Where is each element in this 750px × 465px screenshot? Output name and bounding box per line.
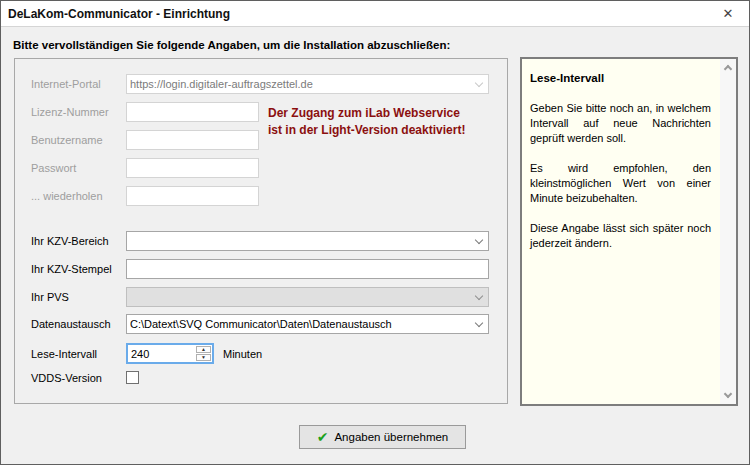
kzv-bereich-label: Ihr KZV-Bereich bbox=[31, 235, 109, 247]
benutzername-input[interactable] bbox=[126, 130, 259, 150]
instruction-text: Bitte vervollständigen Sie folgende Anga… bbox=[13, 39, 450, 51]
spin-up-icon[interactable]: ▲ bbox=[196, 346, 211, 353]
chevron-down-icon bbox=[475, 235, 483, 243]
info-panel: Lese-Intervall Geben Sie bitte noch an, … bbox=[520, 57, 738, 406]
datenaustausch-label: Datenaustausch bbox=[31, 318, 111, 330]
title-bar: DeLaKom-Communicator - Einrichtung ✕ bbox=[1, 1, 749, 27]
scroll-up-icon[interactable] bbox=[720, 59, 736, 76]
chevron-down-icon bbox=[475, 78, 483, 86]
kzv-stempel-label: Ihr KZV-Stempel bbox=[31, 263, 112, 275]
pvs-label: Ihr PVS bbox=[31, 291, 69, 303]
lese-intervall-stepper[interactable]: ▲ ▼ bbox=[126, 343, 214, 364]
lese-intervall-label: Lese-Intervall bbox=[31, 348, 97, 360]
kzv-stempel-input[interactable] bbox=[126, 259, 489, 279]
passwort-label: Passwort bbox=[31, 162, 76, 174]
internet-portal-combobox[interactable]: https://login.digitaler-auftragszettel.d… bbox=[126, 74, 489, 94]
datenaustausch-value: C:\Datext\SVQ Communicator\Daten\Datenau… bbox=[130, 318, 392, 330]
vdds-version-checkbox[interactable] bbox=[126, 371, 139, 384]
close-icon[interactable]: ✕ bbox=[713, 1, 743, 26]
passwort-wiederholen-input[interactable] bbox=[126, 186, 259, 206]
datenaustausch-combobox[interactable]: C:\Datext\SVQ Communicator\Daten\Datenau… bbox=[126, 314, 489, 334]
spin-buttons: ▲ ▼ bbox=[196, 346, 211, 361]
spin-down-icon[interactable]: ▼ bbox=[196, 354, 211, 361]
info-paragraph: Diese Angabe lässt sich später noch jede… bbox=[530, 221, 711, 251]
lizenz-nummer-input[interactable] bbox=[126, 102, 259, 122]
webservice-disabled-notice: Der Zugang zum iLab Webservice ist in de… bbox=[268, 105, 465, 139]
checkmark-icon: ✔ bbox=[317, 429, 329, 445]
kzv-bereich-combobox[interactable] bbox=[126, 231, 489, 251]
minuten-label: Minuten bbox=[223, 348, 262, 360]
benutzername-label: Benutzername bbox=[31, 134, 103, 146]
angaben-uebernehmen-button[interactable]: ✔ Angaben übernehmen bbox=[299, 425, 466, 449]
internet-portal-label: Internet-Portal bbox=[31, 78, 101, 90]
pvs-combobox bbox=[126, 287, 489, 307]
notice-line-1: Der Zugang zum iLab Webservice bbox=[268, 105, 465, 122]
vdds-version-label: VDDS-Version bbox=[31, 372, 102, 384]
passwort-input[interactable] bbox=[126, 158, 259, 178]
window-title: DeLaKom-Communicator - Einrichtung bbox=[1, 7, 230, 21]
lese-intervall-input[interactable] bbox=[128, 348, 196, 360]
dialog-window: DeLaKom-Communicator - Einrichtung ✕ Bit… bbox=[0, 0, 750, 465]
info-paragraph: Geben Sie bitte noch an, in welchem Inte… bbox=[530, 101, 711, 146]
chevron-down-icon bbox=[475, 318, 483, 326]
chevron-down-icon bbox=[475, 291, 483, 299]
internet-portal-value: https://login.digitaler-auftragszettel.d… bbox=[130, 78, 313, 90]
scroll-down-icon[interactable] bbox=[720, 387, 736, 404]
lizenz-nummer-label: Lizenz-Nummer bbox=[31, 106, 109, 118]
notice-line-2: ist in der Light-Version deaktiviert! bbox=[268, 122, 465, 139]
passwort-wiederholen-label: ... wiederholen bbox=[31, 190, 103, 202]
info-panel-title: Lese-Intervall bbox=[530, 72, 711, 84]
info-panel-content: Lese-Intervall Geben Sie bitte noch an, … bbox=[522, 59, 720, 404]
info-panel-scrollbar[interactable] bbox=[720, 59, 736, 404]
submit-button-label: Angaben übernehmen bbox=[334, 431, 448, 443]
info-paragraph: Es wird empfohlen, den kleinstmöglichen … bbox=[530, 161, 711, 206]
